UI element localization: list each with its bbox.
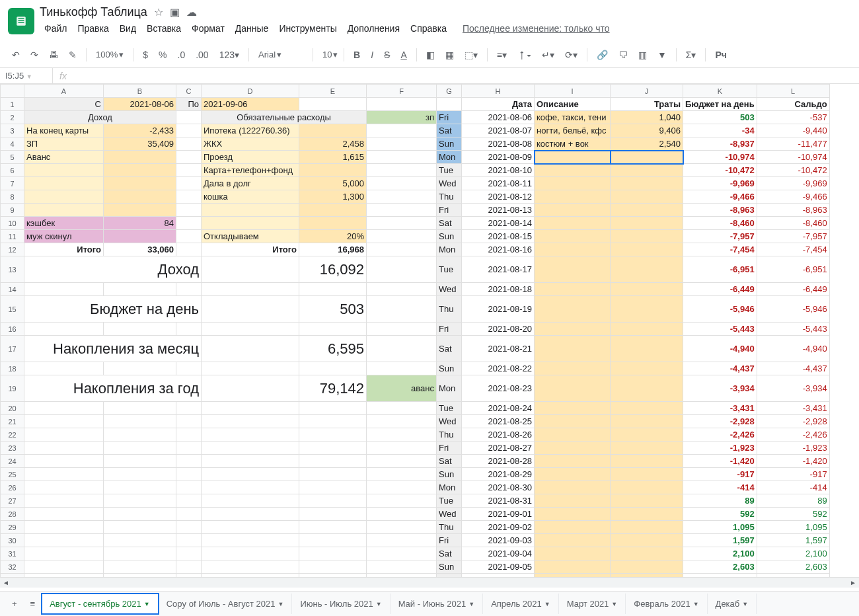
font-size[interactable]: 10 ▾ — [318, 47, 338, 62]
cell-I2[interactable]: кофе, такси, тени — [535, 111, 611, 124]
cell-K12[interactable]: -7,454 — [683, 243, 757, 256]
cell-K13[interactable]: -6,951 — [683, 256, 757, 283]
cell-D28[interactable] — [202, 508, 299, 521]
cell-E19[interactable]: 79,142 — [299, 375, 367, 402]
menu-tools[interactable]: Инструменты — [274, 20, 341, 36]
cell-D14[interactable] — [202, 283, 299, 296]
cell-D17[interactable] — [202, 336, 299, 362]
cell-C25[interactable] — [176, 468, 202, 481]
cell-E28[interactable] — [299, 508, 367, 521]
cell-F13[interactable] — [367, 256, 437, 283]
scroll-left-icon[interactable]: ◄ — [0, 578, 12, 588]
col-B[interactable]: B — [104, 85, 176, 98]
sheet-tab[interactable]: Август - сентябрь 2021 ▼ — [42, 594, 159, 613]
cell-D32[interactable] — [202, 560, 299, 574]
cell-E8[interactable]: 1,300 — [299, 190, 367, 204]
sheet-tab[interactable]: Апрель 2021 ▼ — [483, 594, 559, 613]
cell-L26[interactable]: -414 — [757, 481, 829, 494]
row-8[interactable]: 8 — [1, 190, 24, 204]
cell-A32[interactable] — [24, 560, 104, 574]
cell-I4[interactable]: костюм + вок — [535, 137, 611, 151]
cell-E14[interactable] — [299, 283, 367, 296]
cell-L24[interactable]: -1,420 — [757, 455, 829, 468]
cell-C3[interactable] — [176, 124, 202, 137]
horizontal-scrollbar[interactable]: ◄ ► — [0, 577, 859, 588]
col-C[interactable]: C — [176, 85, 202, 98]
cell-C6[interactable] — [176, 164, 202, 177]
cell-K11[interactable]: -7,957 — [683, 230, 757, 243]
cell-H18[interactable]: 2021-08-22 — [462, 362, 535, 375]
cell-E13[interactable]: 16,092 — [299, 256, 367, 283]
cell-J14[interactable] — [611, 283, 683, 296]
strike-icon[interactable]: S — [380, 47, 394, 63]
cell-G22[interactable]: Thu — [437, 428, 462, 442]
bold-icon[interactable]: B — [350, 47, 364, 63]
cell-J12[interactable] — [611, 243, 683, 256]
cell-A15[interactable]: Бюджет на день — [24, 296, 202, 323]
cell-H3[interactable]: 2021-08-07 — [462, 124, 535, 137]
row-16[interactable]: 16 — [1, 323, 24, 336]
cell-K15[interactable]: -5,946 — [683, 296, 757, 323]
cloud-icon[interactable]: ☁ — [186, 6, 197, 19]
sheet-tab[interactable]: Июнь - Июль 2021 ▼ — [292, 594, 390, 613]
cell-J2[interactable]: 1,040 — [611, 111, 683, 124]
cell-K27[interactable]: 89 — [683, 494, 757, 508]
sheets-logo[interactable] — [8, 8, 34, 34]
cell-K25[interactable]: -917 — [683, 468, 757, 481]
cell-C7[interactable] — [176, 177, 202, 190]
cell-L8[interactable]: -9,466 — [757, 190, 829, 204]
cell-F8[interactable] — [367, 190, 437, 204]
select-all-corner[interactable] — [1, 85, 24, 98]
cell-D29[interactable] — [202, 521, 299, 534]
cell-L10[interactable]: -8,460 — [757, 217, 829, 230]
cell-A4[interactable]: ЗП — [24, 137, 104, 151]
cell-J5[interactable] — [611, 151, 683, 164]
cell-J28[interactable] — [611, 508, 683, 521]
cell-I18[interactable] — [535, 362, 611, 375]
row-1[interactable]: 1 — [1, 98, 24, 111]
cell-I19[interactable] — [535, 375, 611, 402]
cell-E17[interactable]: 6,595 — [299, 336, 367, 362]
add-sheet-icon[interactable]: + — [5, 595, 24, 613]
menu-view[interactable]: Вид — [115, 20, 141, 36]
cell-B9[interactable] — [104, 204, 176, 217]
cell-H23[interactable]: 2021-08-27 — [462, 442, 535, 455]
row-29[interactable]: 29 — [1, 521, 24, 534]
cell-F3[interactable] — [367, 124, 437, 137]
cell-L22[interactable]: -2,426 — [757, 428, 829, 442]
cell-E26[interactable] — [299, 481, 367, 494]
cell-G13[interactable]: Tue — [437, 256, 462, 283]
cell-C5[interactable] — [176, 151, 202, 164]
cell-E31[interactable] — [299, 547, 367, 560]
cell-C26[interactable] — [176, 481, 202, 494]
cell-H31[interactable]: 2021-09-04 — [462, 547, 535, 560]
col-F[interactable]: F — [367, 85, 437, 98]
row-25[interactable]: 25 — [1, 468, 24, 481]
cell-K28[interactable]: 592 — [683, 508, 757, 521]
cell-C16[interactable] — [176, 323, 202, 336]
cell-E22[interactable] — [299, 428, 367, 442]
cell-K5[interactable]: -10,974 — [683, 151, 757, 164]
undo-icon[interactable]: ↶ — [8, 47, 24, 63]
cell-H9[interactable]: 2021-08-13 — [462, 204, 535, 217]
menu-insert[interactable]: Вставка — [142, 20, 186, 36]
col-K[interactable]: K — [683, 85, 757, 98]
script-icon[interactable]: Pч — [711, 47, 730, 63]
cell-F7[interactable] — [367, 177, 437, 190]
cell-H25[interactable]: 2021-08-29 — [462, 468, 535, 481]
cell-D18[interactable] — [202, 362, 299, 375]
row-18[interactable]: 18 — [1, 362, 24, 375]
row-15[interactable]: 15 — [1, 296, 24, 323]
cell-C28[interactable] — [176, 508, 202, 521]
sheet-tab[interactable]: Декаб ▼ — [708, 594, 757, 613]
cell-B26[interactable] — [104, 481, 176, 494]
cell-D31[interactable] — [202, 547, 299, 560]
cell-F12[interactable] — [367, 243, 437, 256]
cell-A16[interactable] — [24, 323, 104, 336]
cell-K10[interactable]: -8,460 — [683, 217, 757, 230]
cell-E3[interactable] — [299, 124, 367, 137]
cell-D19[interactable] — [202, 375, 299, 402]
cell-B24[interactable] — [104, 455, 176, 468]
cell-B22[interactable] — [104, 428, 176, 442]
dec-decrease-icon[interactable]: .0 — [174, 47, 190, 63]
